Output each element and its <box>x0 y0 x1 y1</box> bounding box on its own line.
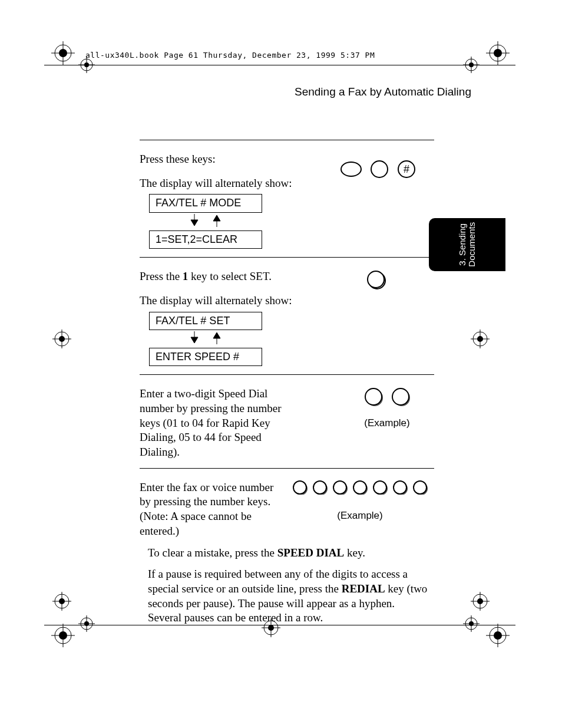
svg-point-59 <box>365 388 382 405</box>
step3-text: Enter a two-digit Speed Dial number by p… <box>140 387 297 459</box>
step4-textcol: Enter the fax or voice number by pressin… <box>140 480 286 539</box>
svg-point-57 <box>368 271 384 288</box>
step-4: Enter the fax or voice number by pressin… <box>140 468 434 634</box>
step1-textblock: Press these keys: The display will alter… <box>140 152 297 249</box>
step2-text2: The display will alternately show: <box>140 294 297 308</box>
key-round-icon <box>371 480 389 495</box>
step4-sub1: To clear a mistake, press the SPEED DIAL… <box>140 546 431 561</box>
step2-keys <box>367 271 387 291</box>
step4-text2: (Note: A space cannot be entered.) <box>140 509 286 538</box>
regmark-ml <box>50 327 74 351</box>
step4-sub2: If a pause is required between any of th… <box>140 567 431 625</box>
svg-point-73 <box>394 481 406 494</box>
step2-key: 1 <box>183 270 189 282</box>
sidebar-tab-label: 3. SendingDocuments <box>458 222 477 267</box>
key-round-icon <box>367 271 387 291</box>
step4-textblock: Enter the fax or voice number by pressin… <box>140 480 434 625</box>
step1-display2: 1=SET,2=CLEAR <box>149 230 262 249</box>
header-text: all-ux340L.book Page 61 Thursday, Decemb… <box>85 51 375 60</box>
sidebar-tab: 3. SendingDocuments <box>429 218 505 271</box>
svg-point-52 <box>341 162 361 176</box>
svg-point-69 <box>353 481 366 494</box>
key-round-icon <box>351 480 369 495</box>
svg-point-71 <box>373 481 386 494</box>
step1-display1: FAX/TEL # MODE <box>149 194 262 212</box>
regmark-bl2 <box>50 613 97 648</box>
key-hash-icon: # <box>396 159 416 179</box>
step4-sub1bold: SPEED DIAL <box>277 546 345 559</box>
step4-text1: Enter the fax or voice number by pressin… <box>140 480 286 509</box>
key-round-icon <box>310 480 329 495</box>
key-round-icon <box>369 159 389 179</box>
svg-point-67 <box>333 481 346 494</box>
key-round-icon <box>290 480 309 495</box>
arrows-icon <box>149 213 262 227</box>
svg-point-65 <box>313 481 326 494</box>
step2-display1: FAX/TEL # SET <box>149 312 262 330</box>
arrows-icon <box>149 330 262 344</box>
key-round-icon <box>363 387 384 407</box>
key-round-icon <box>411 480 429 495</box>
regmark-mr <box>468 327 492 351</box>
page: all-ux340L.book Page 61 Thursday, Decemb… <box>0 0 562 728</box>
guide-top <box>44 65 515 65</box>
step1-keys: # <box>340 159 416 179</box>
step4-sub1b: key. <box>344 546 365 559</box>
key-round-icon <box>391 387 411 407</box>
step3-keys: (Example) <box>363 387 411 429</box>
step2-text1a: Press the <box>140 270 183 282</box>
key-oval-icon <box>340 161 362 177</box>
step2-text1b: key to select SET. <box>188 270 272 282</box>
key-round-icon <box>330 480 349 495</box>
step4-sub1a: To clear a mistake, press the <box>148 546 277 559</box>
step-3: Enter a two-digit Speed Dial number by p… <box>140 374 434 467</box>
step1-text2: The display will alternately show: <box>140 176 297 191</box>
key-round-icon <box>391 480 409 495</box>
step4-example: (Example) <box>286 510 434 522</box>
step2-display2: ENTER SPEED # <box>149 348 262 366</box>
content: Press these keys: The display will alter… <box>140 140 434 634</box>
svg-text:#: # <box>404 163 409 175</box>
step2-text1: Press the 1 key to select SET. <box>140 269 297 284</box>
svg-point-53 <box>371 161 388 177</box>
regmark-br2 <box>459 613 513 648</box>
step4-sub2bold: REDIAL <box>342 582 385 595</box>
svg-point-63 <box>293 481 306 494</box>
section-title: Sending a Fax by Automatic Dialing <box>295 85 471 98</box>
svg-point-61 <box>392 388 409 405</box>
step2-textblock: Press the 1 key to select SET. The displ… <box>140 269 297 366</box>
regmark-br1 <box>468 589 492 613</box>
regmark-bl1 <box>50 589 74 613</box>
step-2: Press the 1 key to select SET. The displ… <box>140 257 434 374</box>
step1-text1: Press these keys: <box>140 152 297 167</box>
regmark-tr <box>459 40 513 75</box>
step-1: Press these keys: The display will alter… <box>140 140 434 257</box>
step4-keys: (Example) <box>286 480 434 539</box>
step3-example: (Example) <box>363 417 411 429</box>
svg-point-75 <box>414 481 427 494</box>
